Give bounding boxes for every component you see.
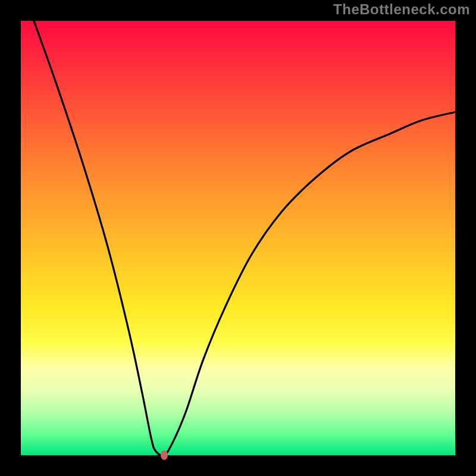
- watermark-text: TheBottleneck.com: [333, 1, 470, 18]
- curve-svg: [21, 21, 455, 455]
- curve-path: [34, 21, 455, 456]
- plot-area: [21, 21, 455, 455]
- minimum-marker: [161, 450, 168, 460]
- chart-frame: TheBottleneck.com: [0, 0, 476, 476]
